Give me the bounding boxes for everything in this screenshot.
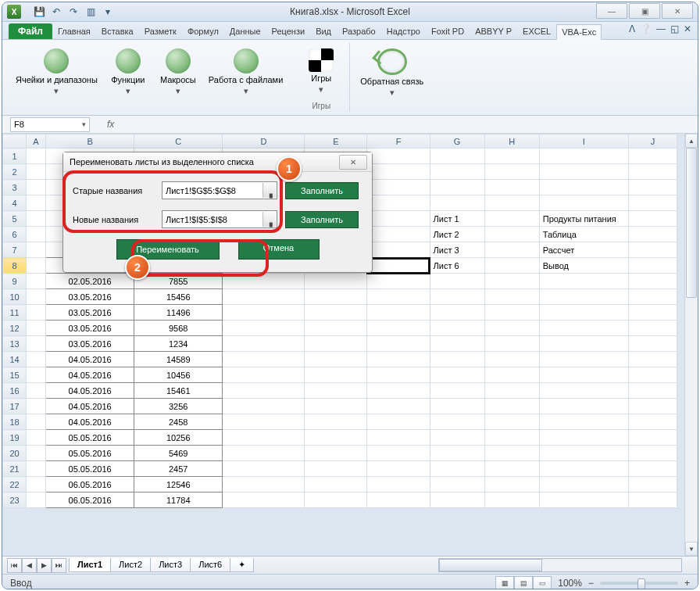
cell[interactable]	[223, 383, 305, 399]
row-header[interactable]: 4	[3, 195, 27, 211]
row-header[interactable]: 3	[3, 180, 27, 195]
cell[interactable]	[539, 305, 628, 321]
cell[interactable]	[305, 461, 367, 477]
cell[interactable]	[367, 352, 430, 367]
cell[interactable]	[628, 305, 677, 321]
cell[interactable]	[628, 383, 677, 399]
old-names-input[interactable]	[162, 186, 277, 195]
cell[interactable]: 10456	[134, 367, 223, 383]
sheet-nav-next-icon[interactable]: ▶	[37, 558, 52, 573]
cell[interactable]	[367, 195, 430, 211]
cell[interactable]	[539, 149, 628, 164]
cell[interactable]	[628, 430, 677, 446]
cell[interactable]	[367, 289, 430, 305]
cell[interactable]	[27, 399, 46, 414]
cell[interactable]	[27, 258, 46, 274]
range-picker-icon[interactable]: ▗	[262, 183, 276, 198]
hscroll-thumb[interactable]	[439, 559, 542, 571]
cell[interactable]	[223, 274, 305, 289]
workbook-window-min-icon[interactable]: —	[656, 23, 666, 34]
cell[interactable]	[367, 149, 430, 164]
column-header[interactable]: A	[27, 134, 46, 149]
cell[interactable]	[305, 414, 367, 430]
page-break-view-icon[interactable]: ▭	[533, 576, 552, 589]
sheet-tab[interactable]: Лист2	[110, 558, 151, 572]
column-header[interactable]: D	[223, 134, 305, 149]
cell[interactable]	[628, 477, 677, 492]
fx-icon[interactable]: fx	[107, 119, 114, 130]
cell[interactable]	[430, 274, 484, 289]
cell[interactable]	[484, 305, 539, 321]
page-layout-view-icon[interactable]: ▤	[514, 576, 533, 589]
cell[interactable]	[367, 274, 430, 289]
cell[interactable]	[27, 430, 46, 446]
cell[interactable]	[223, 461, 305, 477]
cell[interactable]	[430, 180, 484, 195]
cell[interactable]	[539, 461, 628, 477]
cell[interactable]	[367, 336, 430, 352]
cell[interactable]: Лист 2	[430, 227, 484, 242]
cell[interactable]	[628, 258, 677, 274]
cell[interactable]	[27, 305, 46, 321]
cell[interactable]	[367, 211, 430, 227]
cell[interactable]	[223, 336, 305, 352]
cell[interactable]	[27, 149, 46, 164]
cell[interactable]	[223, 430, 305, 446]
cancel-button[interactable]: Отмена	[238, 239, 320, 260]
cell[interactable]	[367, 321, 430, 336]
scroll-down-icon[interactable]: ▼	[685, 542, 698, 556]
cell[interactable]: 02.05.2016	[46, 274, 134, 289]
cell[interactable]	[305, 492, 367, 508]
cell[interactable]	[223, 446, 305, 461]
cell[interactable]	[628, 180, 677, 195]
cell[interactable]	[367, 258, 430, 274]
scroll-up-icon[interactable]: ▲	[685, 134, 698, 148]
cell[interactable]	[305, 321, 367, 336]
row-header[interactable]: 18	[3, 414, 27, 430]
zoom-level[interactable]: 100%	[558, 578, 582, 589]
fill-new-button[interactable]: Заполнить	[285, 211, 359, 228]
sheet-tab[interactable]: Лист6	[190, 558, 230, 572]
games-button[interactable]: Игры▾	[298, 45, 345, 98]
cell[interactable]	[430, 321, 484, 336]
cell[interactable]	[27, 477, 46, 492]
cell[interactable]	[628, 242, 677, 258]
cell[interactable]	[628, 289, 677, 305]
cell[interactable]	[539, 399, 628, 414]
cell[interactable]	[27, 164, 46, 180]
row-header[interactable]: 19	[3, 430, 27, 446]
cell[interactable]: Вывод	[539, 258, 628, 274]
ribbon-tab[interactable]: Рецензи	[266, 23, 311, 39]
cell[interactable]	[484, 414, 539, 430]
cell[interactable]	[430, 399, 484, 414]
cell[interactable]	[484, 227, 539, 242]
cell[interactable]	[430, 367, 484, 383]
ribbon-tab[interactable]: Вставка	[96, 23, 139, 39]
cell[interactable]	[430, 492, 484, 508]
normal-view-icon[interactable]: ▦	[495, 576, 514, 589]
workbook-window-restore-icon[interactable]: ◱	[670, 23, 679, 34]
cell[interactable]	[430, 477, 484, 492]
row-header[interactable]: 9	[3, 274, 27, 289]
cell[interactable]	[223, 477, 305, 492]
cell[interactable]	[539, 477, 628, 492]
cell[interactable]: 5469	[134, 446, 223, 461]
cell[interactable]: Лист 3	[430, 242, 484, 258]
ribbon-tab[interactable]: VBA-Exc	[556, 24, 602, 40]
cell[interactable]	[628, 211, 677, 227]
cell[interactable]	[539, 446, 628, 461]
cell[interactable]	[430, 164, 484, 180]
cell[interactable]: Лист 1	[430, 211, 484, 227]
ribbon-tab[interactable]: Разметк	[139, 23, 182, 39]
cell[interactable]	[484, 321, 539, 336]
ribbon-tab[interactable]: Разрабо	[337, 23, 381, 39]
cell[interactable]	[628, 492, 677, 508]
row-header[interactable]: 1	[3, 149, 27, 164]
cell[interactable]	[27, 211, 46, 227]
cell[interactable]: 03.05.2016	[46, 336, 134, 352]
cell[interactable]	[539, 180, 628, 195]
cell[interactable]	[305, 305, 367, 321]
cell[interactable]	[628, 227, 677, 242]
cell[interactable]	[484, 399, 539, 414]
cell[interactable]	[27, 227, 46, 242]
